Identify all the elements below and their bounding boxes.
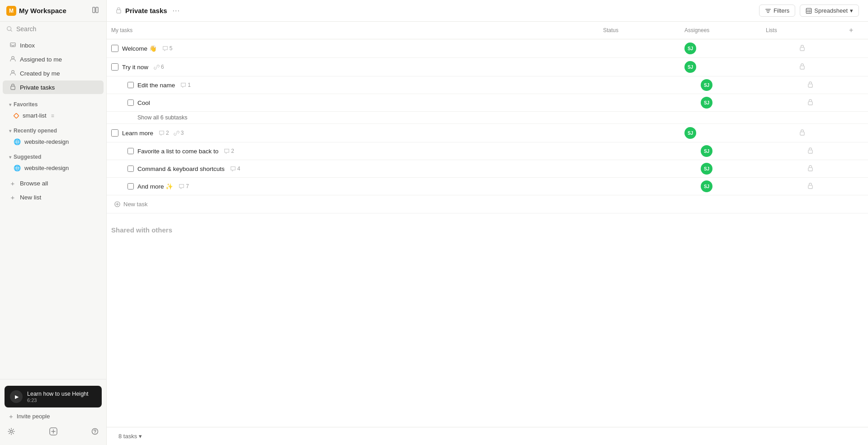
sidebar-item-created[interactable]: Created by me [3, 66, 104, 80]
workspace-name-row[interactable]: M My Workspace [6, 6, 66, 16]
assignees-cell-learn: SJ [680, 124, 761, 142]
table-row: Command & keyboard shortcuts 4 SJ [107, 160, 868, 178]
invite-row[interactable]: + Invite people [3, 410, 104, 422]
col-header-assignees: Assignees [680, 22, 761, 39]
play-icon: ▶ [10, 390, 23, 403]
workspace-title: My Workspace [19, 7, 66, 14]
inbox-label: Inbox [20, 42, 35, 49]
subtask-cell-cool: Cool [107, 94, 599, 112]
status-cell-learn [599, 124, 680, 142]
help-btn[interactable] [90, 426, 100, 438]
sidebar-item-assigned[interactable]: Assigned to me [3, 52, 104, 66]
shared-section-cell: Shared with others [107, 213, 868, 238]
assigned-icon [9, 55, 16, 63]
show-subtasks-row: Show all 6 subtasks [107, 112, 868, 124]
sidebar-item-inbox[interactable]: Inbox [3, 38, 104, 52]
svg-rect-29 [808, 150, 812, 153]
sidebar-item-private[interactable]: Private tasks [3, 80, 104, 94]
subtask-checkbox-command[interactable] [127, 166, 134, 172]
subtask-checkbox-edit[interactable] [127, 82, 134, 88]
add-square-icon [49, 427, 58, 436]
new-list-label: New list [20, 194, 41, 201]
subtask-checkbox-favorite[interactable] [127, 148, 134, 154]
subtask-meta-more: 7 [179, 183, 189, 189]
sidebar-toggle-btn[interactable] [91, 5, 100, 16]
created-label: Created by me [20, 70, 60, 77]
comment-icon [179, 184, 184, 189]
sidebar-nav: Inbox Assigned to me Created by me Priva… [0, 36, 106, 96]
new-task-btn[interactable]: New task [111, 200, 150, 208]
lock-icon-more [807, 182, 813, 189]
spreadsheet-label: Spreadsheet [814, 7, 848, 14]
diamond-icon [14, 113, 19, 118]
assigned-label: Assigned to me [20, 56, 62, 63]
inbox-icon [9, 41, 16, 49]
sidebar-item-website-redesign-suggested[interactable]: 🌐 website-redesign [3, 162, 104, 174]
subtask-cell-favorite: Favorite a list to come back to 2 [107, 142, 599, 160]
more-btn[interactable]: ··· [171, 6, 182, 16]
suggested-section: ▾ Suggested 🌐 website-redesign [0, 149, 106, 175]
lists-cell-more [761, 178, 843, 195]
subtask-meta-edit: 1 [180, 82, 191, 88]
search-bar[interactable]: Search [0, 22, 106, 36]
table-row: And more ✨ 7 SJ [107, 178, 868, 195]
sidebar-item-website-redesign-recent[interactable]: 🌐 website-redesign [3, 136, 104, 147]
subtask-cell-edit: Edit the name 1 [107, 76, 599, 94]
comment-icon [230, 166, 236, 172]
add-square-btn[interactable] [47, 426, 59, 439]
col-header-add[interactable]: + [843, 22, 868, 39]
created-icon [9, 69, 16, 77]
svg-line-3 [11, 30, 12, 32]
suggested-label: Suggested [14, 154, 41, 160]
subtask-checkbox-cool[interactable] [127, 99, 134, 106]
subtask-checkbox-more[interactable] [127, 183, 134, 189]
svg-rect-15 [117, 9, 121, 13]
lists-cell-favorite [761, 142, 843, 160]
lock-icon-edit [807, 81, 813, 88]
learn-card[interactable]: ▶ Learn how to use Height 6:23 [5, 386, 102, 407]
filter-icon [765, 8, 771, 14]
spreadsheet-btn[interactable]: Spreadsheet ▾ [800, 5, 859, 17]
browse-all-item[interactable]: + Browse all [3, 177, 104, 190]
link-icon [174, 130, 179, 136]
footer-icons [0, 423, 106, 441]
recently-arrow: ▾ [9, 128, 11, 133]
task-checkbox-welcome[interactable] [111, 45, 118, 52]
svg-point-9 [10, 431, 13, 433]
sidebar-item-smart-list[interactable]: smart-list ≡ [3, 110, 104, 121]
svg-rect-0 [93, 7, 95, 13]
recently-header[interactable]: ▾ Recently opened [3, 126, 104, 136]
filters-label: Filters [774, 7, 789, 14]
add-column-btn[interactable]: + [847, 25, 855, 35]
task-name-learn: Learn more [122, 130, 153, 137]
tasks-count-btn[interactable]: 8 tasks ▾ [116, 432, 145, 440]
suggested-header[interactable]: ▾ Suggested [3, 152, 104, 162]
new-list-item[interactable]: + New list [3, 191, 104, 204]
assignees-cell-edit: SJ [680, 76, 761, 94]
task-checkbox-learn[interactable] [111, 129, 118, 137]
lock-icon-learn [799, 129, 805, 136]
show-subtasks-btn[interactable]: Show all 6 subtasks [135, 114, 190, 122]
table-row: Cool SJ [107, 94, 868, 112]
comment-icon [159, 130, 165, 136]
tasks-count-chevron: ▾ [139, 433, 142, 440]
main-content: My tasks Status Assignees Lists + [107, 22, 868, 427]
globe-icon-recent: 🌐 [14, 138, 21, 145]
lock-icon-try [799, 63, 805, 70]
lists-cell-cool [761, 94, 843, 112]
search-icon [6, 26, 13, 32]
task-checkbox-try[interactable] [111, 63, 118, 71]
assignees-cell-cool: SJ [680, 94, 761, 112]
svg-rect-28 [800, 132, 804, 135]
website-redesign-recent-label: website-redesign [24, 138, 69, 145]
table-row: Favorite a list to come back to 2 SJ [107, 142, 868, 160]
task-cell-try: Try it now 6 [107, 58, 599, 76]
workspace-avatar: M [6, 6, 16, 16]
task-cell-welcome: Welcome 👋 5 [107, 39, 599, 58]
settings-btn[interactable] [6, 426, 16, 438]
lists-cell-command [761, 160, 843, 178]
shared-section-label: Shared with others [111, 226, 172, 234]
favorites-header[interactable]: ▾ Favorites [3, 99, 104, 109]
link-badge-try: 6 [154, 64, 164, 70]
filters-btn[interactable]: Filters [759, 5, 795, 17]
